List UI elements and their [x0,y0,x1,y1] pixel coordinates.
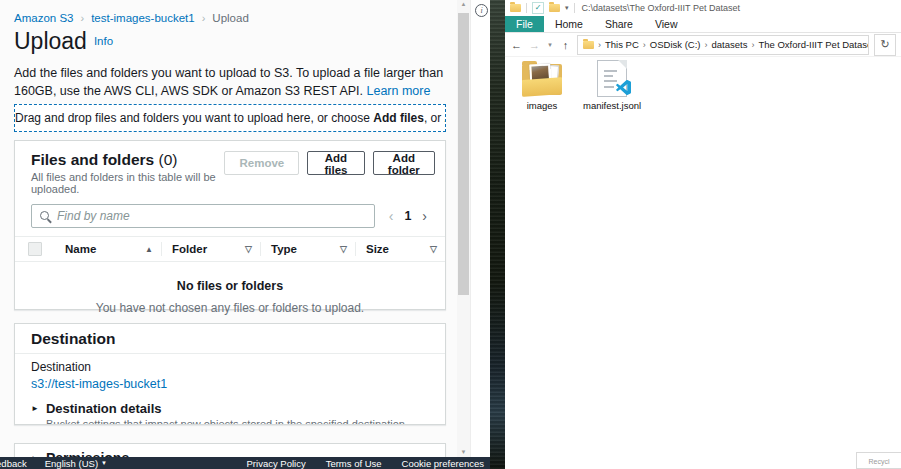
file-item-manifest-jsonl[interactable]: manifest.jsonl [583,59,641,111]
destination-bucket-link[interactable]: s3://test-images-bucket1 [31,377,167,391]
learn-more-text: Learn more [366,84,430,98]
destination-label: Destination [31,361,429,374]
explorer-app-icon [510,4,521,12]
search-icon [40,211,49,220]
breadcrumb-link-bucket[interactable]: test-images-bucket1 [91,12,195,24]
files-panel-title: Files and folders (0) [31,151,224,169]
quick-access-new-folder-icon[interactable] [549,4,560,12]
dropzone-text: , or [424,111,445,125]
caret-right-icon: ► [31,404,39,413]
address-bar[interactable]: › This PC › OSDisk (C:) › datasets › The… [577,35,869,55]
info-link[interactable]: Info [94,35,113,47]
partial-tooltip: Recycl [856,452,901,469]
page-title-text: Upload [14,28,87,54]
browser-scrollbar: ▲ ▼ [457,0,470,457]
destination-details-toggle[interactable]: ► Destination details [31,401,429,416]
folded-corner [618,60,627,69]
address-segment-osdisk-c[interactable]: OSDisk (C:) [650,39,701,50]
language-label: English (US) [45,458,98,469]
help-panel-rail: i [470,0,490,457]
scroll-up-icon[interactable]: ▲ [457,1,470,7]
address-segment-this-pc[interactable]: This PC [605,39,639,50]
current-page-number[interactable]: 1 [404,209,411,223]
column-header-type[interactable]: Type▽ [261,237,355,261]
file-explorer-window: ✓ ▾ C:\datasets\The Oxford-IIIT Pet Data… [505,0,901,469]
files-panel-title-text: Files and folders [31,151,154,168]
find-by-name-input[interactable] [31,204,375,228]
column-label: Folder [172,243,207,255]
empty-state: No files or folders You have not chosen … [15,262,445,315]
privacy-policy-link[interactable]: Privacy Policy [247,458,306,469]
text-line [604,75,613,77]
window-title: C:\datasets\The Oxford-IIIT Pet Dataset [582,3,740,13]
dropzone-add-files-text: Add files [373,111,424,125]
recent-locations-icon[interactable]: ▾ [546,41,554,49]
info-icon[interactable]: i [475,4,488,17]
chevron-icon: › [598,40,601,50]
chevron-icon: › [751,40,754,50]
explorer-content-area: images manifest.jsonl Recycl [505,57,901,469]
folder-with-photos-icon [520,59,564,97]
up-button[interactable]: ↑ [559,39,572,51]
breadcrumb: Amazon S3 › test-images-bucket1 › Upload [14,12,249,24]
filter-icon: ▽ [245,244,252,254]
pagination: ‹ 1 › [389,208,431,224]
address-segment-datasets[interactable]: datasets [711,39,747,50]
select-all-checkbox[interactable] [28,242,42,256]
quick-access-properties-icon[interactable]: ✓ [532,2,544,14]
feedback-button[interactable]: Feedback [0,458,27,469]
chevron-icon: › [643,40,646,50]
files-and-folders-card: Files and folders (0) All files and fold… [14,140,446,310]
tab-home[interactable]: Home [544,16,594,32]
drag-and-drop-zone[interactable]: Drag and drop files and folders you want… [14,104,446,132]
destination-details-subtitle: Bucket settings that impact new objects … [46,418,429,425]
previous-page-icon[interactable]: ‹ [389,208,394,224]
titlebar-divider [526,3,527,13]
filter-icon: ▽ [340,244,347,254]
tab-view[interactable]: View [644,16,689,32]
screen: Amazon S3 › test-images-bucket1 › Upload… [0,0,901,469]
search-box [31,204,375,228]
jsonl-document-icon [597,60,627,97]
column-header-size[interactable]: Size▽ [356,237,445,261]
column-header-folder[interactable]: Folder▽ [162,237,260,261]
tab-file[interactable]: File [505,16,544,32]
destination-details-title: Destination details [46,401,162,416]
folder-item-images[interactable]: images [513,59,571,111]
filter-icon: ▽ [430,244,437,254]
destination-card: Destination Destination s3://test-images… [14,323,446,425]
item-label: images [513,100,571,111]
terms-of-use-link[interactable]: Terms of Use [326,458,382,469]
table-header-row: Name▲ Folder▽ Type▽ Size▽ [15,236,445,262]
text-line [604,86,614,88]
refresh-button[interactable]: ↻ [874,34,896,56]
empty-state-title: No files or folders [15,279,445,293]
tab-share[interactable]: Share [594,16,644,32]
explorer-navbar: ← → ▾ ↑ › This PC › OSDisk (C:) › datase… [505,33,901,57]
breadcrumb-link-amazon-s3[interactable]: Amazon S3 [14,12,73,24]
vscode-badge-icon [616,80,631,95]
column-header-name[interactable]: Name▲ [55,237,161,261]
next-page-icon[interactable]: › [422,208,427,224]
back-button[interactable]: ← [510,39,523,51]
add-folder-button[interactable]: Add folder [373,151,435,175]
sort-ascending-icon: ▲ [145,245,153,254]
empty-state-subtitle: You have not chosen any files or folders… [15,301,445,315]
add-files-button[interactable]: Add files [307,151,364,175]
desktop-wallpaper-sliver [490,0,505,469]
caret-down-icon: ▼ [101,460,107,466]
chevron-right-icon: › [80,12,84,24]
explorer-titlebar: ✓ ▾ C:\datasets\The Oxford-IIIT Pet Data… [505,0,901,16]
aws-console-footer: Feedback English (US)▼ Privacy Policy Te… [0,457,490,469]
remove-button[interactable]: Remove [224,151,299,175]
cookie-preferences-link[interactable]: Cookie preferences [402,458,484,469]
address-segment-pet-dataset[interactable]: The Oxford-IIIT Pet Dataset [758,39,869,50]
quick-access-customize-icon[interactable]: ▾ [565,4,569,12]
scroll-down-icon[interactable]: ▼ [457,449,470,455]
files-panel-subtitle: All files and folders in this table will… [31,171,224,195]
language-selector[interactable]: English (US)▼ [45,458,107,469]
scrollbar-thumb[interactable] [458,13,469,295]
forward-button[interactable]: → [528,39,541,51]
dropzone-text: Drag and drop files and folders you want… [15,111,373,125]
folder-front [522,77,562,97]
